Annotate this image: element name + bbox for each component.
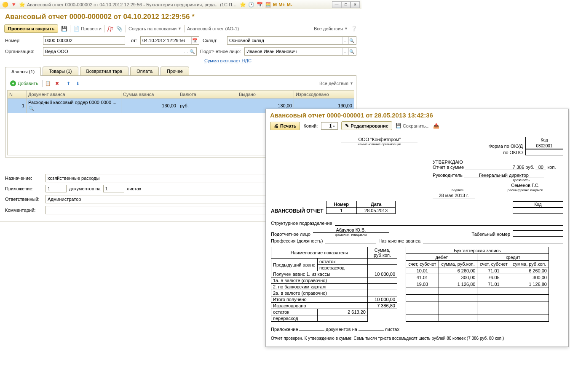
date-input[interactable]: 04.10.2012 12:29:56📅 (140, 36, 199, 45)
col-cur[interactable]: Валюта (178, 91, 237, 99)
down-icon[interactable]: 🔻 (10, 1, 17, 8)
command-bar: Провести и закрыть 💾 📄Провести Дт 📎 Созд… (0, 24, 361, 36)
mem-m[interactable]: M (273, 2, 277, 7)
tab-other[interactable]: Прочее (161, 67, 189, 75)
edit-icon: ✎ (345, 123, 349, 128)
move-down-icon[interactable]: ⬇ (74, 80, 82, 87)
fav-star-icon[interactable]: ⭐ (239, 1, 246, 8)
save-icon: 💾 (396, 123, 401, 128)
calc2-icon[interactable]: 🧮 (265, 1, 271, 8)
org-input[interactable]: Веда ООО…🔍 (43, 47, 197, 56)
vat-link[interactable]: Сумма включает НДС (204, 58, 252, 63)
calendar-icon[interactable]: 📅 (191, 37, 197, 44)
edit-button[interactable]: ✎Редактирование (341, 121, 392, 130)
org-sublabel: наименование организации (271, 142, 488, 146)
app-icon: 🟡 (2, 1, 8, 8)
dt-kt-icon[interactable]: Дт (107, 25, 114, 32)
history-icon[interactable]: 🕑 (248, 1, 254, 8)
add-button[interactable]: +Добавить (8, 79, 40, 88)
okud-code: 0302001 (525, 143, 563, 149)
tab-goods[interactable]: Товары (1) (43, 67, 78, 75)
code-header-2: Код (513, 201, 563, 208)
export-icon[interactable]: 📤 (433, 123, 440, 129)
from-label: от: (128, 38, 137, 43)
col-doc[interactable]: Документ аванса (27, 91, 121, 99)
save-button[interactable]: 💾Сохранить... (396, 123, 430, 128)
row-search-icon[interactable]: 🔍 (28, 105, 34, 112)
titlebar: 🟡 🔻 ⭐ Авансовый отчет 0000-000002 от 04.… (0, 0, 361, 9)
attach-label: Приложение: (5, 186, 43, 191)
save-icon[interactable]: 💾 (61, 25, 67, 32)
picker-icon[interactable]: … (343, 37, 348, 44)
person-input[interactable]: Иванов Иван Иванович…🔍 (244, 47, 356, 56)
tab-pay[interactable]: Оплата (130, 67, 159, 75)
pages-label: листах (127, 186, 142, 191)
pages-count-input[interactable] (103, 185, 124, 192)
picker-icon[interactable]: … (343, 48, 348, 55)
spinner-icon[interactable]: ▴ (332, 123, 336, 129)
print-title: Авансовый отчет 0000-000001 от 28.05.201… (266, 109, 568, 120)
search-icon[interactable]: 🔍 (348, 37, 354, 44)
org-name: ООО "Конфетпром" (341, 137, 417, 142)
comment-label: Комментарий: (5, 208, 43, 213)
max-button[interactable]: □ (341, 1, 351, 8)
window-title: Авансовый отчет 0000-000002 от 04.10.201… (27, 2, 238, 7)
printer-icon: 🖨 (274, 123, 278, 128)
docs-count-input[interactable] (45, 185, 67, 192)
document-title: Авансовый отчет 0000-000002 от 04.10.201… (0, 9, 361, 24)
tab-strip: Авансы (1) Товары (1) Возвратная тара Оп… (5, 67, 356, 76)
person-label: Подотчетное лицо: (200, 49, 241, 54)
plus-icon: + (10, 80, 16, 86)
run-button[interactable]: 📄Провести (73, 25, 102, 32)
delete-row-icon[interactable]: ✖ (54, 80, 61, 87)
okpo-label: по ОКПО (488, 149, 526, 155)
print-button[interactable]: 🖨Печать (270, 122, 300, 130)
copies-label: Копий: (303, 123, 318, 128)
number-date-table: НомерДата 128.05.2013 (326, 201, 396, 214)
tab-advances[interactable]: Авансы (1) (5, 67, 41, 76)
mem-mplus[interactable]: M+ (278, 2, 285, 7)
col-n[interactable]: N (8, 91, 27, 99)
report-form-button[interactable]: Авансовый отчет (АО-1) (187, 26, 239, 31)
okud-label: Форма по ОКУД (488, 143, 526, 149)
run-icon: 📄 (73, 25, 80, 32)
report-big-title: АВАНСОВЫЙ ОТЧЕТ (271, 208, 324, 214)
okpo-code (525, 149, 563, 155)
docs-on-label: документов на (69, 186, 101, 191)
warehouse-input[interactable]: Основной склад…🔍 (227, 36, 356, 45)
code-header: Код (525, 137, 563, 143)
copies-input[interactable]: 1▴ (321, 122, 338, 130)
star-icon[interactable]: ⭐ (19, 1, 25, 8)
grid-all-actions[interactable]: Все действия▼ (319, 81, 353, 86)
all-actions-button[interactable]: Все действия▼ (314, 26, 348, 31)
copy-row-icon[interactable]: 📋 (44, 80, 52, 87)
tab-tara[interactable]: Возвратная тара (80, 67, 129, 75)
move-up-icon[interactable]: ⬆ (65, 80, 72, 87)
help-icon[interactable]: ❔ (351, 25, 357, 32)
approve-utv: УТВЕРЖДАЮ (433, 160, 563, 165)
col-issued[interactable]: Выдано (237, 91, 294, 99)
mem-mminus[interactable]: M- (287, 2, 292, 7)
calc-icon[interactable]: 📅 (256, 1, 263, 8)
picker-icon[interactable]: … (183, 48, 189, 55)
close-button[interactable]: ✕ (351, 1, 360, 8)
resp-label: Ответственный: (5, 197, 43, 202)
min-button[interactable]: — (332, 1, 341, 8)
number-label: Номер: (5, 38, 40, 43)
number-input[interactable]: 0000-000002 (43, 36, 125, 45)
search-icon[interactable]: 🔍 (189, 48, 195, 55)
create-on-button[interactable]: Создать на основании▼ (128, 26, 182, 31)
col-spent[interactable]: Израсходовано (294, 91, 354, 99)
print-preview-window: Авансовый отчет 0000-000001 от 28.05.201… (265, 109, 569, 221)
attach-icon[interactable]: 📎 (116, 25, 123, 32)
warehouse-label: Склад: (203, 38, 224, 43)
search-icon[interactable]: 🔍 (348, 48, 354, 55)
col-sum[interactable]: Сумма аванса (121, 91, 178, 99)
org-label: Организация: (5, 49, 40, 54)
purpose-label: Назначение: (5, 176, 43, 181)
run-close-button[interactable]: Провести и закрыть (4, 24, 58, 33)
